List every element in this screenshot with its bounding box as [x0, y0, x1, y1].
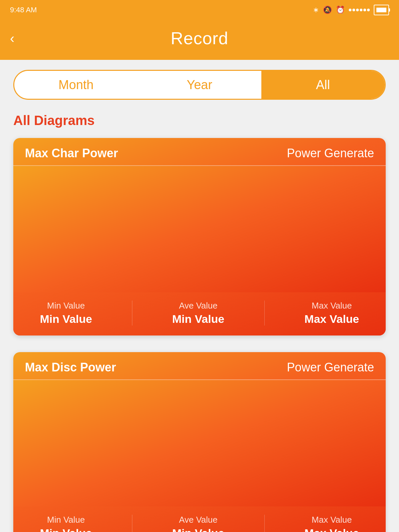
card-title-disc-left: Max Disc Power — [25, 360, 116, 374]
status-time: 9:48 AM — [10, 6, 37, 14]
stat-min-disc-bottom-label: Min Value — [40, 527, 92, 532]
divider-disc-2 — [264, 515, 265, 532]
tab-year[interactable]: Year — [138, 71, 261, 99]
stat-max-disc-top-label: Max Value — [312, 515, 352, 525]
stat-max-char: Max Value Max Value — [305, 301, 359, 326]
app-header: ‹ Record — [0, 20, 399, 60]
stat-min-disc: Min Value Min Value — [40, 515, 92, 532]
stat-max-disc: Max Value Max Value — [305, 515, 359, 532]
page-title: Record — [171, 28, 228, 48]
stat-max-char-top-label: Max Value — [312, 301, 352, 311]
stat-min-char-bottom-label: Min Value — [40, 313, 92, 326]
card-header-char: Max Char Power Power Generate — [13, 138, 386, 166]
char-power-card: Max Char Power Power Generate Min Value … — [13, 138, 386, 335]
chart-area-char — [13, 166, 386, 292]
stat-ave-disc-top-label: Ave Value — [179, 515, 217, 525]
stat-ave-char-top-label: Ave Value — [179, 301, 217, 311]
main-content: Month Year All All Diagrams Max Char Pow… — [0, 60, 399, 532]
card-title-char-left: Max Char Power — [25, 146, 118, 160]
card-subtitle-disc-right: Power Generate — [287, 360, 374, 374]
section-title: All Diagrams — [13, 113, 386, 128]
stat-max-char-bottom-label: Max Value — [305, 313, 359, 326]
back-button[interactable]: ‹ — [10, 31, 14, 46]
chart-area-disc — [13, 380, 386, 506]
tab-all[interactable]: All — [261, 71, 385, 99]
tab-selector: Month Year All — [13, 70, 386, 100]
card-subtitle-char-right: Power Generate — [287, 146, 374, 160]
card-inner-char: Max Char Power Power Generate Min Value … — [13, 138, 386, 335]
notification-icon: 🔕 — [323, 6, 332, 14]
card-footer-disc: Min Value Min Value Ave Value Min Value … — [13, 506, 386, 532]
stat-min-char: Min Value Min Value — [40, 301, 92, 326]
divider-disc-1 — [132, 515, 132, 532]
battery-icon — [374, 5, 389, 15]
card-inner-disc: Max Disc Power Power Generate Min Value … — [13, 352, 386, 532]
stat-min-char-top-label: Min Value — [47, 301, 85, 311]
signal-icon — [349, 9, 370, 11]
bluetooth-icon: ∗ — [313, 6, 319, 14]
divider-char-1 — [132, 301, 132, 326]
tab-month[interactable]: Month — [14, 71, 138, 99]
card-footer-char: Min Value Min Value Ave Value Min Value … — [13, 292, 386, 335]
status-icons: ∗ 🔕 ⏰ — [313, 5, 389, 15]
card-header-disc: Max Disc Power Power Generate — [13, 352, 386, 380]
stat-min-disc-top-label: Min Value — [47, 515, 85, 525]
disc-power-card: Max Disc Power Power Generate Min Value … — [13, 352, 386, 532]
stat-max-disc-bottom-label: Max Value — [305, 527, 359, 532]
stat-ave-disc: Ave Value Min Value — [172, 515, 224, 532]
status-bar: 9:48 AM ∗ 🔕 ⏰ — [0, 0, 399, 20]
stat-ave-char-bottom-label: Min Value — [172, 313, 224, 326]
stat-ave-char: Ave Value Min Value — [172, 301, 224, 326]
alarm-icon: ⏰ — [336, 6, 345, 14]
stat-ave-disc-bottom-label: Min Value — [172, 527, 224, 532]
divider-char-2 — [264, 301, 265, 326]
